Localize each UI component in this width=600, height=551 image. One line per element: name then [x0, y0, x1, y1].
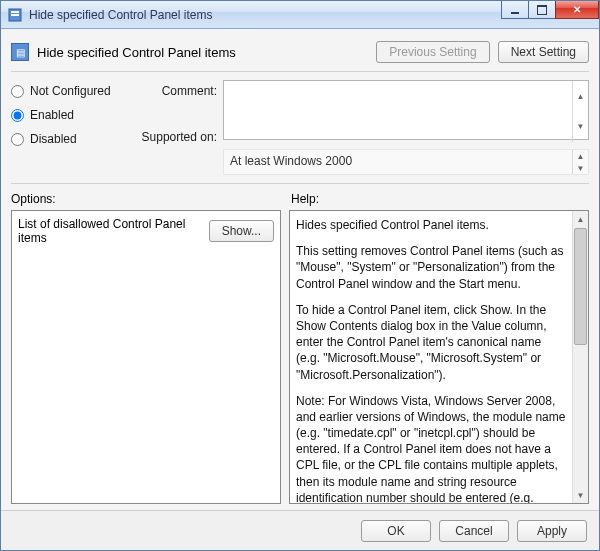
- radio-disabled-input[interactable]: [11, 133, 24, 146]
- chevron-up-icon[interactable]: ▲: [572, 81, 588, 112]
- radio-enabled-input[interactable]: [11, 109, 24, 122]
- radio-disabled[interactable]: Disabled: [11, 132, 131, 146]
- cancel-button[interactable]: Cancel: [439, 520, 509, 542]
- options-pane: List of disallowed Control Panel items S…: [11, 210, 281, 504]
- help-text: Hides specified Control Panel items. Thi…: [296, 217, 582, 504]
- option-row: List of disallowed Control Panel items S…: [18, 217, 274, 245]
- policy-title: Hide specified Control Panel items: [37, 45, 236, 60]
- radio-label: Enabled: [30, 108, 74, 122]
- divider: [11, 183, 589, 184]
- state-radios: Not Configured Enabled Disabled: [11, 80, 131, 175]
- radio-label: Not Configured: [30, 84, 111, 98]
- radio-label: Disabled: [30, 132, 77, 146]
- supported-label: Supported on:: [142, 130, 217, 144]
- options-label: Options:: [11, 192, 281, 206]
- help-paragraph: This setting removes Control Panel items…: [296, 243, 566, 292]
- window-title: Hide specified Control Panel items: [29, 8, 502, 22]
- help-pane: Hides specified Control Panel items. Thi…: [289, 210, 589, 504]
- svg-rect-2: [11, 14, 19, 16]
- comment-spin[interactable]: ▲▼: [572, 81, 588, 142]
- radio-enabled[interactable]: Enabled: [11, 108, 131, 122]
- svg-rect-1: [11, 11, 19, 13]
- chevron-down-icon[interactable]: ▼: [572, 112, 588, 143]
- supported-field: At least Windows 2000: [223, 149, 589, 175]
- comment-field[interactable]: [223, 80, 589, 140]
- maximize-button[interactable]: [528, 1, 556, 19]
- policy-icon: ▤: [11, 43, 29, 61]
- close-button[interactable]: [555, 1, 599, 19]
- chevron-down-icon[interactable]: ▼: [572, 162, 588, 174]
- panes: List of disallowed Control Panel items S…: [11, 210, 589, 510]
- radio-not-configured[interactable]: Not Configured: [11, 84, 131, 98]
- field-values: ▲▼ At least Windows 2000 ▲▼: [223, 80, 589, 175]
- minimize-button[interactable]: [501, 1, 529, 19]
- policy-header: ▤ Hide specified Control Panel items Pre…: [11, 37, 589, 72]
- help-paragraph: Hides specified Control Panel items.: [296, 217, 566, 233]
- scroll-track[interactable]: [573, 346, 588, 487]
- scrollbar[interactable]: ▲ ▼: [572, 211, 588, 503]
- comment-label: Comment:: [162, 84, 217, 98]
- next-setting-button[interactable]: Next Setting: [498, 41, 589, 63]
- help-label: Help:: [291, 192, 589, 206]
- scroll-down-icon[interactable]: ▼: [573, 487, 588, 503]
- radio-not-configured-input[interactable]: [11, 85, 24, 98]
- chevron-up-icon[interactable]: ▲: [572, 150, 588, 162]
- ok-button[interactable]: OK: [361, 520, 431, 542]
- config-row: Not Configured Enabled Disabled Comment:…: [11, 72, 589, 177]
- app-icon: [7, 7, 23, 23]
- scroll-thumb[interactable]: [574, 228, 587, 345]
- apply-button[interactable]: Apply: [517, 520, 587, 542]
- help-paragraph: To hide a Control Panel item, click Show…: [296, 302, 566, 383]
- field-labels: Comment: Supported on:: [137, 80, 217, 175]
- title-bar: Hide specified Control Panel items: [1, 1, 599, 29]
- supported-spin[interactable]: ▲▼: [572, 150, 588, 174]
- dialog-body: ▤ Hide specified Control Panel items Pre…: [1, 29, 599, 510]
- dialog-footer: OK Cancel Apply: [1, 510, 599, 550]
- section-labels: Options: Help:: [11, 188, 589, 210]
- scroll-up-icon[interactable]: ▲: [573, 211, 588, 227]
- option-label: List of disallowed Control Panel items: [18, 217, 201, 245]
- show-button[interactable]: Show...: [209, 220, 274, 242]
- help-paragraph: Note: For Windows Vista, Windows Server …: [296, 393, 566, 504]
- previous-setting-button[interactable]: Previous Setting: [376, 41, 489, 63]
- window-controls: [502, 1, 599, 28]
